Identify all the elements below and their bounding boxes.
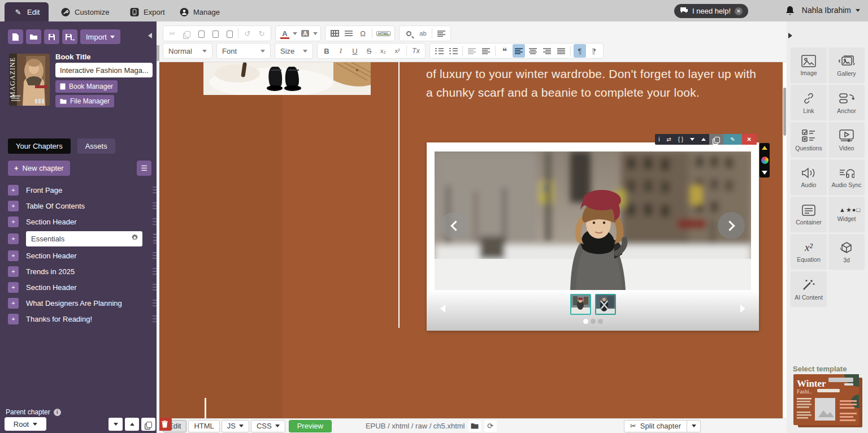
preview-button[interactable]: Preview [289,420,332,432]
bold-button[interactable]: B [320,44,333,58]
editor-content[interactable]: of luxury to your winter wardrobe. Don't… [159,62,783,418]
text-color-button[interactable]: A [279,27,291,40]
chapter-row[interactable]: + Thanks for Reading! [0,311,159,327]
blockquote-button[interactable]: ❝ [498,44,511,58]
widget-duplicate-button[interactable] [709,134,723,145]
widget-gallery-button[interactable]: Gallery [828,47,865,83]
font-dropdown[interactable]: Font [216,43,271,59]
chapter-title-input[interactable] [31,235,131,243]
text-direction-rtl-button[interactable]: ¶ [588,44,600,58]
tab-export[interactable]: Export [121,2,174,21]
carousel-prev-button[interactable] [441,212,468,239]
tab-manage[interactable]: Manage [171,2,229,21]
widget-select-up-button[interactable] [698,134,709,145]
chapter-row[interactable]: + Section Header [0,214,159,230]
widget-ai-content-button[interactable]: AI Content [791,271,827,307]
widget-anchor-button[interactable]: Anchor [828,85,865,120]
parent-chapter-select[interactable]: Root [5,417,46,431]
chapter-expand-button[interactable]: + [8,201,19,211]
folder-icon-button[interactable] [468,421,481,432]
chapter-expand-button[interactable]: + [8,233,19,244]
help-button[interactable]: I need help! ✕ [674,4,748,18]
carousel-thumbnail[interactable] [570,294,591,315]
widget-info-button[interactable]: i [655,134,663,145]
special-character-button[interactable]: Ω [357,27,369,40]
save-button[interactable] [44,29,59,44]
background-color-button[interactable]: A [299,27,311,40]
carousel-dot[interactable] [598,319,603,324]
superscript-button[interactable]: x² [391,44,403,58]
chapter-row[interactable]: + Table Of Contents [0,198,159,214]
text-direction-ltr-button[interactable]: ¶ [574,44,586,58]
widget-3d-button[interactable]: 3d [828,234,865,270]
copy-button[interactable] [180,27,193,40]
boots-image[interactable] [203,62,371,95]
chapter-expand-button[interactable]: + [8,298,19,309]
paste-button[interactable] [194,27,207,40]
editor-scrollbar[interactable] [783,62,787,418]
paste-text-button[interactable] [209,27,221,40]
clear-formatting-button[interactable]: Tx [410,44,422,58]
widget-equation-button[interactable]: x² Equation [791,234,827,270]
widget-audio-button[interactable]: Audio [791,159,827,195]
user-menu[interactable]: Nahla Ibrahim [802,6,860,15]
cut-button[interactable]: ✂ [166,27,179,40]
mode-css-button[interactable]: CSS [251,420,285,432]
carousel-dot[interactable] [591,319,596,324]
chapter-expand-button[interactable]: + [8,185,19,196]
redo-button[interactable]: ↻ [255,27,268,40]
move-up-icon[interactable] [762,146,767,150]
carousel-slide-photo[interactable] [435,151,751,290]
collapse-sidebar-icon[interactable] [148,33,152,38]
strikethrough-button[interactable]: S [363,44,375,58]
find-button[interactable] [402,27,415,40]
tab-edit[interactable]: ✎ Edit [5,2,49,21]
chapter-expand-button[interactable]: + [8,266,19,277]
save-as-button[interactable] [62,29,77,44]
replace-button[interactable]: ab [416,27,429,40]
widget-container-button[interactable]: Container [791,197,827,232]
tab-customize[interactable]: Customize [52,2,118,21]
chapter-expand-button[interactable]: + [8,250,19,261]
html-snippet-button[interactable]: HTML [375,27,392,40]
bell-icon[interactable] [785,6,795,18]
file-manager-button[interactable]: File Manager [55,95,114,107]
widget-questions-button[interactable]: Questions [791,122,827,158]
chapter-row-editing[interactable]: + [0,230,159,248]
book-title-input[interactable] [55,63,153,77]
outdent-button[interactable] [466,44,478,58]
indent-button[interactable] [480,44,492,58]
align-right-button[interactable] [541,44,553,58]
italic-button[interactable]: I [335,44,347,58]
new-chapter-button[interactable]: + New chapter [8,161,70,176]
info-icon[interactable]: i [54,409,61,416]
chapter-row[interactable]: + Section Header [0,279,159,295]
widget-image-button[interactable]: Image [791,47,827,83]
widget-select-down-button[interactable] [687,134,698,145]
chapter-row[interactable]: + Trends in 2025 [0,263,159,279]
collapse-panel-icon[interactable] [788,33,792,38]
tab-your-chapters[interactable]: Your Chapters [8,138,71,154]
subscript-button[interactable]: x₂ [377,44,389,58]
widget-audio-sync-button[interactable]: Audio Sync [828,159,865,195]
carousel-thumbnail[interactable] [595,294,616,315]
widget-edit-button[interactable]: ✎ [723,134,741,145]
sidebar-scrollbar[interactable] [157,21,159,433]
widget-video-button[interactable]: Video [828,122,865,158]
import-button[interactable]: Import [80,29,120,44]
carousel-dot[interactable] [583,319,588,324]
refresh-button[interactable]: ⟳ [484,421,497,432]
move-chapter-up-button[interactable] [125,418,139,431]
chapter-row[interactable]: + What Designers Are Planning [0,295,159,311]
book-cover-thumbnail[interactable]: MAGAZINE [9,54,50,106]
gallery-widget[interactable]: i ⇄ { } ✎ ✕ [427,142,759,331]
help-close-icon[interactable]: ✕ [735,7,743,15]
move-down-icon[interactable] [762,171,767,175]
widget-code-button[interactable]: { } [675,134,687,145]
color-wheel-icon[interactable] [761,157,769,164]
chapter-expand-button[interactable]: + [8,314,19,324]
move-chapter-down-button[interactable] [108,418,123,431]
align-left-button[interactable] [513,44,525,58]
chapter-row[interactable]: + Section Header [0,248,159,263]
paragraph-format-dropdown[interactable]: Normal [163,43,212,59]
